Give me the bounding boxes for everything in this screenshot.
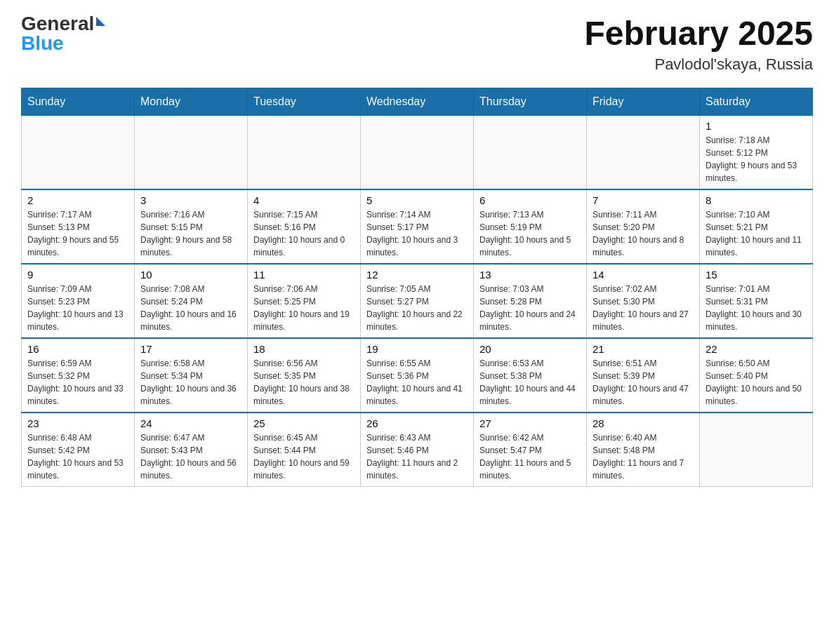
day-info: Sunrise: 6:51 AM Sunset: 5:39 PM Dayligh… <box>593 357 694 408</box>
location-text: Pavlodol'skaya, Russia <box>584 55 813 74</box>
day-number: 26 <box>366 417 468 429</box>
calendar-cell-w1-d2 <box>135 116 248 190</box>
day-info: Sunrise: 7:02 AM Sunset: 5:30 PM Dayligh… <box>593 283 694 333</box>
calendar-cell-w5-d5: 27Sunrise: 6:42 AM Sunset: 5:47 PM Dayli… <box>474 412 587 487</box>
logo: General Blue <box>21 14 105 53</box>
day-number: 8 <box>706 194 807 206</box>
day-number: 22 <box>706 343 807 355</box>
calendar-cell-w3-d6: 14Sunrise: 7:02 AM Sunset: 5:30 PM Dayli… <box>587 264 700 338</box>
calendar-cell-w5-d6: 28Sunrise: 6:40 AM Sunset: 5:48 PM Dayli… <box>587 412 700 487</box>
calendar-cell-w5-d3: 25Sunrise: 6:45 AM Sunset: 5:44 PM Dayli… <box>248 412 361 487</box>
col-sunday: Sunday <box>22 88 135 116</box>
day-info: Sunrise: 7:09 AM Sunset: 5:23 PM Dayligh… <box>27 283 128 333</box>
day-info: Sunrise: 6:48 AM Sunset: 5:42 PM Dayligh… <box>27 431 128 482</box>
calendar-cell-w3-d3: 11Sunrise: 7:06 AM Sunset: 5:25 PM Dayli… <box>248 264 361 338</box>
day-info: Sunrise: 6:53 AM Sunset: 5:38 PM Dayligh… <box>479 357 581 408</box>
day-number: 3 <box>140 194 241 206</box>
calendar-cell-w5-d7 <box>700 412 813 487</box>
day-info: Sunrise: 7:13 AM Sunset: 5:19 PM Dayligh… <box>479 208 581 259</box>
day-number: 7 <box>593 194 694 206</box>
calendar-cell-w2-d2: 3Sunrise: 7:16 AM Sunset: 5:15 PM Daylig… <box>135 189 248 264</box>
logo-general-text: General <box>21 14 94 34</box>
calendar-cell-w1-d1 <box>22 116 135 190</box>
calendar-cell-w4-d6: 21Sunrise: 6:51 AM Sunset: 5:39 PM Dayli… <box>587 338 700 412</box>
calendar-cell-w1-d6 <box>587 116 700 190</box>
day-number: 12 <box>366 269 468 281</box>
calendar-cell-w4-d4: 19Sunrise: 6:55 AM Sunset: 5:36 PM Dayli… <box>361 338 474 412</box>
day-number: 23 <box>27 417 128 429</box>
calendar-week-5: 23Sunrise: 6:48 AM Sunset: 5:42 PM Dayli… <box>22 412 813 487</box>
calendar-week-4: 16Sunrise: 6:59 AM Sunset: 5:32 PM Dayli… <box>22 338 813 412</box>
calendar-cell-w3-d4: 12Sunrise: 7:05 AM Sunset: 5:27 PM Dayli… <box>361 264 474 338</box>
day-info: Sunrise: 6:40 AM Sunset: 5:48 PM Dayligh… <box>593 431 694 482</box>
day-info: Sunrise: 7:16 AM Sunset: 5:15 PM Dayligh… <box>140 208 241 259</box>
day-info: Sunrise: 7:17 AM Sunset: 5:13 PM Dayligh… <box>27 208 128 259</box>
day-info: Sunrise: 7:14 AM Sunset: 5:17 PM Dayligh… <box>366 208 468 259</box>
calendar-cell-w1-d4 <box>361 116 474 190</box>
calendar-cell-w4-d5: 20Sunrise: 6:53 AM Sunset: 5:38 PM Dayli… <box>474 338 587 412</box>
day-number: 20 <box>479 343 581 355</box>
day-number: 2 <box>27 194 128 206</box>
day-number: 24 <box>140 417 241 429</box>
calendar-header-row: Sunday Monday Tuesday Wednesday Thursday… <box>22 88 813 116</box>
day-info: Sunrise: 6:58 AM Sunset: 5:34 PM Dayligh… <box>140 357 241 408</box>
calendar-cell-w1-d5 <box>474 116 587 190</box>
calendar-cell-w4-d7: 22Sunrise: 6:50 AM Sunset: 5:40 PM Dayli… <box>700 338 813 412</box>
calendar-cell-w2-d5: 6Sunrise: 7:13 AM Sunset: 5:19 PM Daylig… <box>474 189 587 264</box>
day-info: Sunrise: 6:59 AM Sunset: 5:32 PM Dayligh… <box>27 357 128 408</box>
calendar-cell-w3-d2: 10Sunrise: 7:08 AM Sunset: 5:24 PM Dayli… <box>135 264 248 338</box>
day-number: 11 <box>253 269 355 281</box>
day-number: 21 <box>593 343 694 355</box>
day-info: Sunrise: 6:47 AM Sunset: 5:43 PM Dayligh… <box>140 431 241 482</box>
day-number: 18 <box>253 343 355 355</box>
day-number: 10 <box>140 269 241 281</box>
calendar-cell-w5-d4: 26Sunrise: 6:43 AM Sunset: 5:46 PM Dayli… <box>361 412 474 487</box>
day-info: Sunrise: 6:55 AM Sunset: 5:36 PM Dayligh… <box>366 357 468 408</box>
calendar-cell-w4-d3: 18Sunrise: 6:56 AM Sunset: 5:35 PM Dayli… <box>248 338 361 412</box>
day-info: Sunrise: 6:45 AM Sunset: 5:44 PM Dayligh… <box>253 431 355 482</box>
day-info: Sunrise: 6:50 AM Sunset: 5:40 PM Dayligh… <box>706 357 807 408</box>
day-number: 16 <box>27 343 128 355</box>
calendar-week-2: 2Sunrise: 7:17 AM Sunset: 5:13 PM Daylig… <box>22 189 813 264</box>
col-friday: Friday <box>587 88 700 116</box>
calendar-cell-w2-d6: 7Sunrise: 7:11 AM Sunset: 5:20 PM Daylig… <box>587 189 700 264</box>
day-number: 4 <box>253 194 355 206</box>
day-info: Sunrise: 6:43 AM Sunset: 5:46 PM Dayligh… <box>366 431 468 482</box>
day-info: Sunrise: 7:01 AM Sunset: 5:31 PM Dayligh… <box>706 283 807 333</box>
day-number: 17 <box>140 343 241 355</box>
day-number: 9 <box>27 269 128 281</box>
calendar-cell-w4-d1: 16Sunrise: 6:59 AM Sunset: 5:32 PM Dayli… <box>22 338 135 412</box>
calendar-cell-w3-d1: 9Sunrise: 7:09 AM Sunset: 5:23 PM Daylig… <box>22 264 135 338</box>
col-thursday: Thursday <box>474 88 587 116</box>
calendar-table: Sunday Monday Tuesday Wednesday Thursday… <box>21 88 813 487</box>
calendar-cell-w4-d2: 17Sunrise: 6:58 AM Sunset: 5:34 PM Dayli… <box>135 338 248 412</box>
day-number: 1 <box>706 120 807 132</box>
day-info: Sunrise: 6:56 AM Sunset: 5:35 PM Dayligh… <box>253 357 355 408</box>
calendar-cell-w2-d3: 4Sunrise: 7:15 AM Sunset: 5:16 PM Daylig… <box>248 189 361 264</box>
day-number: 15 <box>706 269 807 281</box>
day-info: Sunrise: 7:15 AM Sunset: 5:16 PM Dayligh… <box>253 208 355 259</box>
day-info: Sunrise: 7:06 AM Sunset: 5:25 PM Dayligh… <box>253 283 355 333</box>
day-number: 5 <box>366 194 468 206</box>
day-info: Sunrise: 6:42 AM Sunset: 5:47 PM Dayligh… <box>479 431 581 482</box>
col-wednesday: Wednesday <box>361 88 474 116</box>
calendar-week-3: 9Sunrise: 7:09 AM Sunset: 5:23 PM Daylig… <box>22 264 813 338</box>
day-number: 25 <box>253 417 355 429</box>
calendar-cell-w3-d7: 15Sunrise: 7:01 AM Sunset: 5:31 PM Dayli… <box>700 264 813 338</box>
day-number: 27 <box>479 417 581 429</box>
calendar-cell-w3-d5: 13Sunrise: 7:03 AM Sunset: 5:28 PM Dayli… <box>474 264 587 338</box>
calendar-week-1: 1Sunrise: 7:18 AM Sunset: 5:12 PM Daylig… <box>22 116 813 190</box>
day-number: 14 <box>593 269 694 281</box>
day-info: Sunrise: 7:11 AM Sunset: 5:20 PM Dayligh… <box>593 208 694 259</box>
calendar-cell-w2-d7: 8Sunrise: 7:10 AM Sunset: 5:21 PM Daylig… <box>700 189 813 264</box>
day-info: Sunrise: 7:18 AM Sunset: 5:12 PM Dayligh… <box>706 134 807 185</box>
logo-triangle-icon <box>96 17 105 26</box>
day-info: Sunrise: 7:10 AM Sunset: 5:21 PM Dayligh… <box>706 208 807 259</box>
calendar-cell-w2-d4: 5Sunrise: 7:14 AM Sunset: 5:17 PM Daylig… <box>361 189 474 264</box>
day-number: 28 <box>593 417 694 429</box>
day-info: Sunrise: 7:08 AM Sunset: 5:24 PM Dayligh… <box>140 283 241 333</box>
calendar-cell-w1-d3 <box>248 116 361 190</box>
day-number: 6 <box>479 194 581 206</box>
col-saturday: Saturday <box>700 88 813 116</box>
page-header: General Blue February 2025 Pavlodol'skay… <box>21 14 813 74</box>
